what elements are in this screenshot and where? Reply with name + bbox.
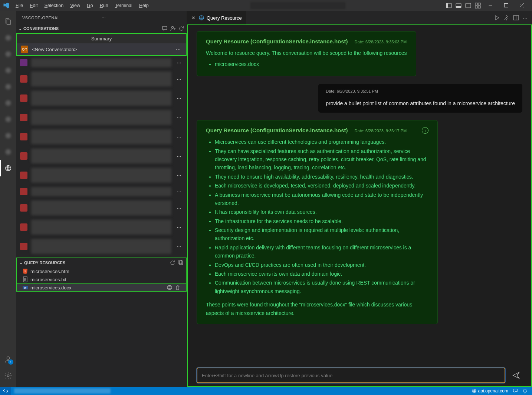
svg-point-22 (171, 26, 174, 29)
activity-accounts[interactable]: 1 (0, 351, 16, 368)
conversation-item[interactable]: ⋯ (16, 108, 187, 127)
refresh-icon[interactable] (170, 260, 175, 266)
svg-rect-4 (466, 3, 471, 8)
conversation-more-button[interactable]: ⋯ (175, 115, 183, 120)
titlebar: FFileile Edit Selection View Go Run Term… (0, 0, 532, 11)
delete-icon[interactable] (175, 285, 181, 291)
resource-item-htm[interactable]: 5 microservices.htm (17, 267, 186, 275)
conversation-more-button[interactable]: ⋯ (175, 60, 183, 66)
chat-input[interactable] (197, 368, 505, 383)
menu-go[interactable]: Go (84, 1, 96, 10)
conversation-more-button[interactable]: ⋯ (175, 153, 183, 159)
conversation-new[interactable]: QR <New Conversation> ⋯ (17, 43, 186, 55)
svg-point-17 (6, 149, 11, 155)
tab-query-resource[interactable]: ✕ Query Resource (187, 11, 247, 24)
refresh-icon[interactable] (178, 26, 184, 31)
conversation-more-button[interactable]: ⋯ (175, 76, 183, 82)
message-title: Query Resource (ConfigurationService.ins… (206, 127, 348, 133)
message-date: Date: 6/28/2023, 9:36:17 PM (355, 129, 407, 133)
layout-customize-icon[interactable] (474, 2, 482, 9)
svg-rect-3 (456, 6, 461, 8)
chat-panel: Query Resource (ConfigurationService.ins… (187, 24, 532, 387)
activity-settings[interactable] (0, 368, 16, 384)
svg-text:W: W (24, 286, 27, 289)
conversation-item[interactable]: ⋯ (16, 146, 187, 166)
activity-blurred-4[interactable] (0, 79, 16, 95)
chevron-down-icon: ⌄ (19, 260, 23, 265)
conversation-item[interactable]: ⋯ (16, 198, 187, 218)
menu-file[interactable]: FFileile (13, 1, 26, 10)
new-file-icon[interactable] (178, 260, 184, 266)
send-button[interactable] (510, 369, 522, 382)
status-blurred (14, 388, 111, 394)
conversation-item[interactable]: ⋯ (16, 127, 187, 146)
conversation-more-button[interactable]: ⋯ (175, 189, 183, 195)
conversation-item[interactable]: ⋯ (16, 185, 187, 198)
editor-area: ✕ Query Resource ⋯ Query Resource (Confi… (187, 11, 532, 387)
svg-point-14 (6, 100, 11, 106)
status-feedback[interactable] (513, 388, 518, 394)
activity-blurred-3[interactable] (0, 62, 16, 79)
activity-blurred-6[interactable] (0, 111, 16, 127)
conversation-more-button[interactable]: ⋯ (175, 134, 183, 140)
svg-point-15 (6, 117, 11, 122)
conversation-more-button[interactable]: ⋯ (174, 47, 182, 52)
activity-blurred-8[interactable] (0, 144, 16, 160)
menu-run[interactable]: Run (97, 1, 111, 10)
resource-item-docx[interactable]: W microservices.docx (16, 283, 187, 292)
message-system: Query Resource (ConfigurationService.ins… (197, 31, 416, 76)
window-maximize-button[interactable] (499, 0, 513, 11)
section-conversations-header[interactable]: ⌄ CONVERSATIONS (16, 24, 187, 33)
conversation-more-button[interactable]: ⋯ (175, 244, 183, 249)
conversation-item[interactable]: ⋯ (16, 89, 187, 108)
new-persona-icon[interactable] (170, 26, 176, 31)
status-api[interactable]: api.openai.com (472, 388, 508, 394)
conversation-item[interactable]: ⋯ (16, 218, 187, 237)
menu-help[interactable]: Help (136, 1, 152, 10)
activity-openai[interactable] (0, 160, 16, 176)
html-file-icon: 5 (22, 268, 28, 274)
debug-icon[interactable] (503, 15, 509, 21)
menu-terminal[interactable]: Terminal (112, 1, 135, 10)
conversation-item[interactable]: ⋯ (16, 237, 187, 256)
tab-close-icon[interactable]: ✕ (191, 15, 196, 21)
svg-point-10 (6, 35, 11, 41)
activity-blurred-5[interactable] (0, 95, 16, 111)
menu-view[interactable]: View (67, 1, 83, 10)
command-center[interactable] (250, 1, 346, 10)
resource-item-txt[interactable]: microservices.txt (17, 275, 186, 283)
svg-rect-1 (446, 3, 448, 8)
window-close-button[interactable] (514, 0, 529, 11)
layout-panel-icon[interactable] (455, 2, 462, 9)
svg-point-18 (6, 166, 11, 171)
menu-selection[interactable]: Selection (42, 1, 66, 10)
run-icon[interactable] (494, 15, 500, 21)
menu-edit[interactable]: Edit (27, 1, 41, 10)
activity-blurred-1[interactable] (0, 30, 16, 46)
sidebar-more-button[interactable]: ⋯ (102, 15, 181, 20)
layout-sidebar-right-icon[interactable] (464, 2, 472, 9)
conversation-more-button[interactable]: ⋯ (175, 225, 183, 230)
info-icon[interactable]: i (422, 127, 428, 134)
editor-more-icon[interactable]: ⋯ (523, 15, 528, 21)
conversation-item[interactable]: ⋯ (16, 166, 187, 185)
conversation-item[interactable]: ⋯ (16, 56, 187, 69)
activity-blurred-2[interactable] (0, 46, 16, 62)
activity-explorer[interactable] (0, 13, 16, 30)
split-editor-icon[interactable] (513, 15, 519, 21)
conversation-more-button[interactable]: ⋯ (175, 96, 183, 101)
layout-sidebar-left-icon[interactable] (445, 2, 453, 9)
svg-point-16 (6, 133, 11, 139)
section-resources-header[interactable]: ⌄ QUERY RESOURCES (17, 258, 186, 267)
activity-blurred-7[interactable] (0, 127, 16, 144)
conversation-more-button[interactable]: ⋯ (175, 205, 183, 211)
svg-rect-21 (162, 26, 167, 30)
status-bell[interactable] (522, 388, 528, 394)
window-minimize-button[interactable]: ─ (483, 0, 498, 11)
conversation-item[interactable]: ⋯ (16, 69, 187, 89)
message-date: Date: 6/28/2023, 9:35:51 PM (326, 89, 515, 93)
openai-action-icon[interactable] (167, 285, 173, 291)
conversation-more-button[interactable]: ⋯ (175, 173, 183, 178)
status-remote-button[interactable] (0, 387, 11, 395)
new-comment-icon[interactable] (162, 26, 168, 31)
